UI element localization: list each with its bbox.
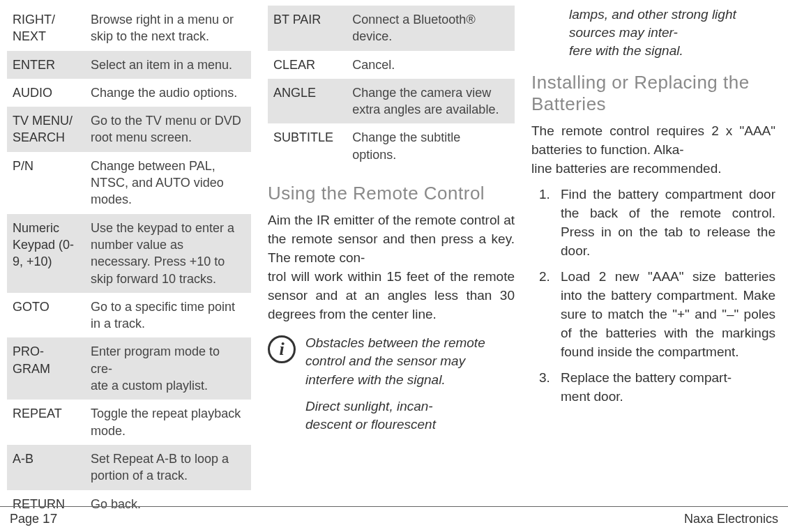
table-row: ENTERSelect an item in a menu. [7, 51, 251, 79]
batteries-intro: The remote control requires 2 x "AAA" ba… [531, 122, 775, 178]
row-label: ANGLE [268, 79, 347, 124]
row-label: SUBTITLE [268, 123, 347, 169]
table-row: P/NChange between PAL, NTSC, and AUTO vi… [7, 152, 251, 214]
row-label: Numeric Keypad (0-9, +10) [7, 214, 85, 293]
table-row: Numeric Keypad (0-9, +10)Use the keypad … [7, 214, 251, 293]
row-label: PRO- GRAM [7, 337, 85, 400]
table-row: RIGHT/ NEXTBrowse right in a menu or ski… [7, 6, 251, 51]
info-icon: i [268, 335, 296, 363]
row-desc: Select an item in a menu. [85, 51, 251, 79]
row-desc: Change the audio options. [85, 79, 251, 107]
remote-functions-table-2: BT PAIRConnect a Bluetooth® device.CLEAR… [268, 6, 515, 169]
table-row: A-BSet Repeat A-B to loop a portion of a… [7, 445, 251, 490]
row-desc: Change the camera view extra angles are … [347, 79, 515, 124]
row-label: CLEAR [268, 51, 347, 79]
row-desc: Go to a specific time point in a track. [85, 293, 251, 338]
table-row: BT PAIRConnect a Bluetooth® device. [268, 6, 515, 51]
row-label: AUDIO [7, 79, 85, 107]
table-row: TV MENU/ SEARCHGo to the TV menu or DVD … [7, 107, 251, 152]
row-label: TV MENU/ SEARCH [7, 107, 85, 152]
using-remote-body: Aim the IR emitter of the remote control… [268, 211, 515, 324]
table-row: GOTOGo to a specific time point in a tra… [7, 293, 251, 338]
row-desc: Change the subtitle options. [347, 123, 515, 169]
row-label: GOTO [7, 293, 85, 338]
row-label: A-B [7, 445, 85, 490]
info-note-2-cont: lamps, and other strong light sources ma… [531, 6, 775, 61]
row-label: P/N [7, 152, 85, 214]
list-item: Replace the battery compart- ment door. [554, 369, 775, 406]
row-desc: Go to the TV menu or DVD root menu scree… [85, 107, 251, 152]
page-label: Page [10, 512, 39, 526]
remote-functions-table-1: RIGHT/ NEXTBrowse right in a menu or ski… [7, 6, 251, 518]
table-row: PRO- GRAMEnter program mode to cre- ate … [7, 337, 251, 400]
row-desc: Cancel. [347, 51, 515, 79]
row-desc: Connect a Bluetooth® device. [347, 6, 515, 51]
page-footer: Page 17 Naxa Electronics [0, 506, 788, 532]
page-number: 17 [43, 511, 57, 526]
row-desc: Use the keypad to enter a number value a… [85, 214, 251, 293]
row-label: BT PAIR [268, 6, 347, 51]
list-item: Find the battery compartment door the ba… [554, 185, 775, 261]
row-desc: Set Repeat A-B to loop a portion of a tr… [85, 445, 251, 490]
heading-using-remote: Using the Remote Control [268, 183, 515, 204]
info-note-1: Obstacles between the remote control and… [305, 334, 515, 389]
table-row: REPEATToggle the repeat playback mode. [7, 400, 251, 445]
row-desc: Toggle the repeat playback mode. [85, 400, 251, 445]
row-desc: Change between PAL, NTSC, and AUTO video… [85, 152, 251, 214]
row-desc: Enter program mode to cre- ate a custom … [85, 337, 251, 400]
table-row: CLEARCancel. [268, 51, 515, 79]
table-row: AUDIOChange the audio options. [7, 79, 251, 107]
info-note-2-start: Direct sunlight, incan- descent or flour… [305, 397, 515, 434]
list-item: Load 2 new "AAA" size batteries into the… [554, 268, 775, 362]
table-row: SUBTITLEChange the subtitle options. [268, 123, 515, 169]
row-desc: Browse right in a menu or skip to the ne… [85, 6, 251, 51]
battery-steps-list: Find the battery compartment door the ba… [531, 185, 775, 406]
heading-installing-batteries: Installing or Replacing the Batteries [531, 72, 775, 115]
footer-brand: Naxa Electronics [684, 512, 778, 526]
info-note: i Obstacles between the remote control a… [268, 334, 515, 442]
row-label: ENTER [7, 51, 85, 79]
row-label: RIGHT/ NEXT [7, 6, 85, 51]
table-row: ANGLEChange the camera view extra angles… [268, 79, 515, 124]
row-label: REPEAT [7, 400, 85, 445]
